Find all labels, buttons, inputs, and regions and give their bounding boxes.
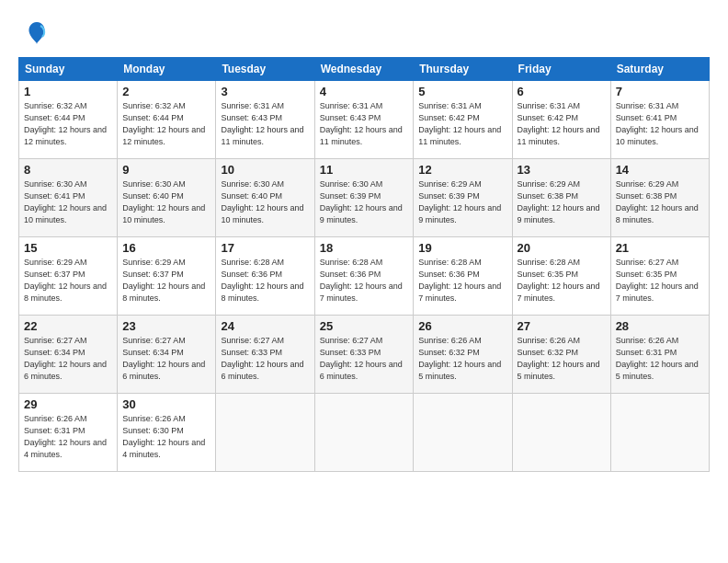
col-sunday: Sunday [19, 58, 118, 81]
day-info: Sunrise: 6:26 AMSunset: 6:31 PMDaylight:… [24, 413, 112, 461]
day-info: Sunrise: 6:31 AMSunset: 6:42 PMDaylight:… [418, 100, 506, 148]
calendar-cell: 3 Sunrise: 6:31 AMSunset: 6:43 PMDayligh… [216, 81, 314, 159]
calendar-cell: 27 Sunrise: 6:26 AMSunset: 6:32 PMDaylig… [512, 316, 610, 394]
calendar-cell: 17 Sunrise: 6:28 AMSunset: 6:36 PMDaylig… [216, 237, 314, 316]
calendar-cell [216, 394, 314, 472]
day-info: Sunrise: 6:29 AMSunset: 6:37 PMDaylight:… [122, 257, 210, 304]
day-info: Sunrise: 6:28 AMSunset: 6:35 PMDaylight:… [518, 257, 606, 304]
calendar-row: 1 Sunrise: 6:32 AMSunset: 6:44 PMDayligh… [19, 81, 710, 159]
col-saturday: Saturday [610, 58, 709, 81]
day-info: Sunrise: 6:30 AMSunset: 6:40 PMDaylight:… [122, 178, 210, 226]
calendar-cell: 22 Sunrise: 6:27 AMSunset: 6:34 PMDaylig… [19, 316, 118, 394]
day-number: 24 [221, 319, 309, 333]
day-number: 5 [418, 85, 506, 98]
day-number: 16 [122, 241, 210, 255]
calendar-cell: 20 Sunrise: 6:28 AMSunset: 6:35 PMDaylig… [512, 237, 610, 316]
day-number: 19 [418, 241, 506, 255]
calendar-table: Sunday Monday Tuesday Wednesday Thursday… [18, 57, 710, 472]
day-info: Sunrise: 6:27 AMSunset: 6:34 PMDaylight:… [24, 335, 112, 383]
day-info: Sunrise: 6:26 AMSunset: 6:32 PMDaylight:… [518, 335, 606, 383]
calendar-cell [314, 394, 414, 472]
col-thursday: Thursday [414, 58, 512, 81]
day-number: 11 [320, 163, 409, 177]
calendar-cell: 10 Sunrise: 6:30 AMSunset: 6:40 PMDaylig… [216, 159, 314, 237]
day-number: 27 [518, 319, 606, 333]
day-info: Sunrise: 6:27 AMSunset: 6:35 PMDaylight:… [616, 257, 704, 304]
calendar-row: 15 Sunrise: 6:29 AMSunset: 6:37 PMDaylig… [19, 237, 710, 316]
col-wednesday: Wednesday [314, 58, 414, 81]
day-number: 22 [24, 319, 112, 333]
calendar-cell: 25 Sunrise: 6:27 AMSunset: 6:33 PMDaylig… [314, 316, 414, 394]
calendar-row: 29 Sunrise: 6:26 AMSunset: 6:31 PMDaylig… [19, 394, 710, 472]
logo-icon [22, 18, 51, 48]
calendar-cell [610, 394, 709, 472]
calendar-row: 8 Sunrise: 6:30 AMSunset: 6:41 PMDayligh… [19, 159, 710, 237]
day-number: 20 [518, 241, 606, 255]
day-info: Sunrise: 6:31 AMSunset: 6:41 PMDaylight:… [616, 100, 704, 148]
day-info: Sunrise: 6:31 AMSunset: 6:42 PMDaylight:… [518, 100, 606, 148]
calendar-cell: 26 Sunrise: 6:26 AMSunset: 6:32 PMDaylig… [414, 316, 512, 394]
day-info: Sunrise: 6:30 AMSunset: 6:41 PMDaylight:… [24, 178, 112, 226]
calendar-cell: 16 Sunrise: 6:29 AMSunset: 6:37 PMDaylig… [118, 237, 216, 316]
day-info: Sunrise: 6:27 AMSunset: 6:33 PMDaylight:… [320, 335, 409, 383]
day-number: 17 [221, 241, 309, 255]
day-info: Sunrise: 6:31 AMSunset: 6:43 PMDaylight:… [221, 100, 309, 148]
calendar-cell: 23 Sunrise: 6:27 AMSunset: 6:34 PMDaylig… [118, 316, 216, 394]
day-number: 28 [616, 319, 704, 333]
day-info: Sunrise: 6:32 AMSunset: 6:44 PMDaylight:… [24, 100, 112, 148]
day-number: 7 [616, 85, 704, 98]
day-number: 9 [122, 163, 210, 177]
day-number: 10 [221, 163, 309, 177]
col-friday: Friday [512, 58, 610, 81]
day-info: Sunrise: 6:28 AMSunset: 6:36 PMDaylight:… [320, 257, 409, 304]
day-info: Sunrise: 6:26 AMSunset: 6:31 PMDaylight:… [616, 335, 704, 383]
day-number: 4 [320, 85, 409, 98]
day-info: Sunrise: 6:29 AMSunset: 6:38 PMDaylight:… [518, 178, 606, 226]
calendar-cell: 13 Sunrise: 6:29 AMSunset: 6:38 PMDaylig… [512, 159, 610, 237]
page-header [18, 18, 710, 48]
day-number: 6 [518, 85, 606, 98]
day-number: 15 [24, 241, 112, 255]
day-info: Sunrise: 6:26 AMSunset: 6:32 PMDaylight:… [418, 335, 506, 383]
calendar-cell [414, 394, 512, 472]
day-number: 21 [616, 241, 704, 255]
day-number: 26 [418, 319, 506, 333]
day-info: Sunrise: 6:27 AMSunset: 6:33 PMDaylight:… [221, 335, 309, 383]
calendar-cell: 28 Sunrise: 6:26 AMSunset: 6:31 PMDaylig… [610, 316, 709, 394]
calendar-cell: 19 Sunrise: 6:28 AMSunset: 6:36 PMDaylig… [414, 237, 512, 316]
calendar-header-row: Sunday Monday Tuesday Wednesday Thursday… [19, 58, 710, 81]
day-info: Sunrise: 6:29 AMSunset: 6:39 PMDaylight:… [418, 178, 506, 226]
day-info: Sunrise: 6:29 AMSunset: 6:37 PMDaylight:… [24, 257, 112, 304]
calendar-cell: 15 Sunrise: 6:29 AMSunset: 6:37 PMDaylig… [19, 237, 118, 316]
calendar-cell: 14 Sunrise: 6:29 AMSunset: 6:38 PMDaylig… [610, 159, 709, 237]
day-info: Sunrise: 6:32 AMSunset: 6:44 PMDaylight:… [122, 100, 210, 148]
day-info: Sunrise: 6:26 AMSunset: 6:30 PMDaylight:… [122, 413, 210, 461]
col-tuesday: Tuesday [216, 58, 314, 81]
calendar-cell [512, 394, 610, 472]
calendar-cell: 8 Sunrise: 6:30 AMSunset: 6:41 PMDayligh… [19, 159, 118, 237]
calendar-cell: 2 Sunrise: 6:32 AMSunset: 6:44 PMDayligh… [118, 81, 216, 159]
calendar-cell: 9 Sunrise: 6:30 AMSunset: 6:40 PMDayligh… [118, 159, 216, 237]
calendar-cell: 12 Sunrise: 6:29 AMSunset: 6:39 PMDaylig… [414, 159, 512, 237]
day-number: 30 [122, 397, 210, 411]
calendar-cell: 4 Sunrise: 6:31 AMSunset: 6:43 PMDayligh… [314, 81, 414, 159]
day-number: 23 [122, 319, 210, 333]
calendar-cell: 5 Sunrise: 6:31 AMSunset: 6:42 PMDayligh… [414, 81, 512, 159]
day-info: Sunrise: 6:30 AMSunset: 6:40 PMDaylight:… [221, 178, 309, 226]
day-number: 25 [320, 319, 409, 333]
calendar-cell: 1 Sunrise: 6:32 AMSunset: 6:44 PMDayligh… [19, 81, 118, 159]
calendar-cell: 18 Sunrise: 6:28 AMSunset: 6:36 PMDaylig… [314, 237, 414, 316]
day-info: Sunrise: 6:31 AMSunset: 6:43 PMDaylight:… [320, 100, 409, 148]
calendar-cell: 11 Sunrise: 6:30 AMSunset: 6:39 PMDaylig… [314, 159, 414, 237]
day-number: 29 [24, 397, 112, 411]
calendar-cell: 21 Sunrise: 6:27 AMSunset: 6:35 PMDaylig… [610, 237, 709, 316]
day-number: 12 [418, 163, 506, 177]
calendar-page: Sunday Monday Tuesday Wednesday Thursday… [0, 0, 728, 563]
calendar-cell: 29 Sunrise: 6:26 AMSunset: 6:31 PMDaylig… [19, 394, 118, 472]
day-info: Sunrise: 6:29 AMSunset: 6:38 PMDaylight:… [616, 178, 704, 226]
col-monday: Monday [118, 58, 216, 81]
calendar-cell: 7 Sunrise: 6:31 AMSunset: 6:41 PMDayligh… [610, 81, 709, 159]
day-number: 14 [616, 163, 704, 177]
day-info: Sunrise: 6:28 AMSunset: 6:36 PMDaylight:… [221, 257, 309, 304]
calendar-cell: 30 Sunrise: 6:26 AMSunset: 6:30 PMDaylig… [118, 394, 216, 472]
